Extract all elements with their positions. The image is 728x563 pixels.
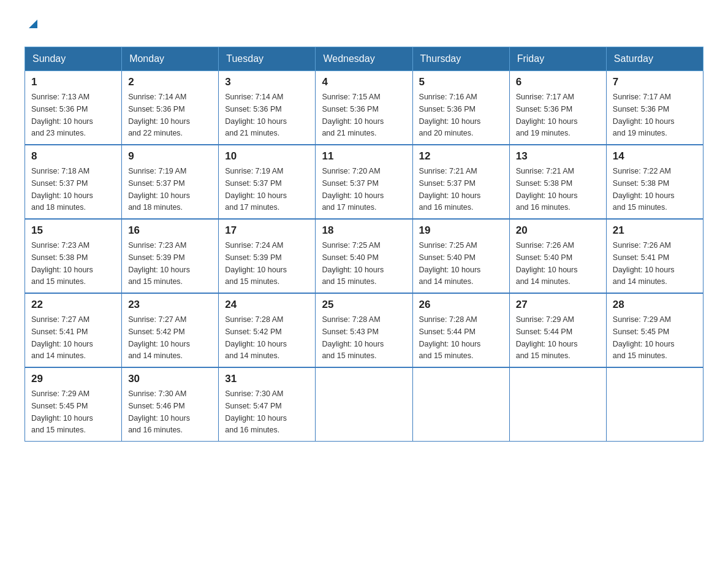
day-info: Sunrise: 7:17 AMSunset: 5:36 PMDaylight:… (516, 93, 578, 137)
day-number: 28 (613, 299, 697, 311)
calendar-cell: 6 Sunrise: 7:17 AMSunset: 5:36 PMDayligh… (509, 71, 606, 145)
day-number: 20 (516, 224, 600, 237)
day-number: 31 (225, 373, 309, 385)
day-info: Sunrise: 7:19 AMSunset: 5:37 PMDaylight:… (128, 167, 190, 212)
calendar-cell: 16 Sunrise: 7:23 AMSunset: 5:39 PMDaylig… (122, 219, 219, 293)
calendar-cell: 14 Sunrise: 7:22 AMSunset: 5:38 PMDaylig… (606, 145, 703, 219)
day-info: Sunrise: 7:26 AMSunset: 5:41 PMDaylight:… (613, 241, 675, 286)
calendar-cell: 1 Sunrise: 7:13 AMSunset: 5:36 PMDayligh… (25, 71, 122, 145)
day-info: Sunrise: 7:21 AMSunset: 5:37 PMDaylight:… (419, 167, 481, 212)
day-info: Sunrise: 7:27 AMSunset: 5:42 PMDaylight:… (128, 315, 190, 360)
page-header (25, 18, 703, 34)
day-number: 30 (128, 373, 212, 385)
calendar-cell: 19 Sunrise: 7:25 AMSunset: 5:40 PMDaylig… (412, 219, 509, 293)
calendar-cell: 8 Sunrise: 7:18 AMSunset: 5:37 PMDayligh… (25, 145, 122, 219)
calendar-cell: 15 Sunrise: 7:23 AMSunset: 5:38 PMDaylig… (25, 219, 122, 293)
calendar-week-row: 22 Sunrise: 7:27 AMSunset: 5:41 PMDaylig… (25, 293, 703, 367)
calendar-cell (412, 367, 509, 442)
calendar-cell: 7 Sunrise: 7:17 AMSunset: 5:36 PMDayligh… (606, 71, 703, 145)
calendar-week-row: 29 Sunrise: 7:29 AMSunset: 5:45 PMDaylig… (25, 367, 703, 442)
day-info: Sunrise: 7:28 AMSunset: 5:43 PMDaylight:… (322, 315, 384, 360)
calendar-body: 1 Sunrise: 7:13 AMSunset: 5:36 PMDayligh… (25, 71, 703, 442)
day-info: Sunrise: 7:24 AMSunset: 5:39 PMDaylight:… (225, 241, 287, 286)
weekday-header-tuesday: Tuesday (219, 47, 316, 71)
calendar-cell (606, 367, 703, 442)
day-info: Sunrise: 7:28 AMSunset: 5:44 PMDaylight:… (419, 315, 481, 360)
calendar-cell: 20 Sunrise: 7:26 AMSunset: 5:40 PMDaylig… (509, 219, 606, 293)
day-number: 18 (322, 224, 406, 237)
calendar-cell: 5 Sunrise: 7:16 AMSunset: 5:36 PMDayligh… (412, 71, 509, 145)
calendar-cell: 28 Sunrise: 7:29 AMSunset: 5:45 PMDaylig… (606, 293, 703, 367)
day-number: 2 (128, 76, 212, 88)
day-number: 13 (516, 150, 600, 163)
calendar-week-row: 15 Sunrise: 7:23 AMSunset: 5:38 PMDaylig… (25, 219, 703, 293)
weekday-header-sunday: Sunday (25, 47, 122, 71)
day-number: 25 (322, 299, 406, 311)
day-info: Sunrise: 7:15 AMSunset: 5:36 PMDaylight:… (322, 93, 384, 137)
calendar-cell: 22 Sunrise: 7:27 AMSunset: 5:41 PMDaylig… (25, 293, 122, 367)
day-info: Sunrise: 7:14 AMSunset: 5:36 PMDaylight:… (128, 93, 190, 137)
calendar-cell: 29 Sunrise: 7:29 AMSunset: 5:45 PMDaylig… (25, 367, 122, 442)
calendar-cell: 4 Sunrise: 7:15 AMSunset: 5:36 PMDayligh… (316, 71, 412, 145)
logo (25, 18, 40, 34)
day-number: 10 (225, 150, 309, 163)
calendar-cell: 12 Sunrise: 7:21 AMSunset: 5:37 PMDaylig… (412, 145, 509, 219)
day-info: Sunrise: 7:14 AMSunset: 5:36 PMDaylight:… (225, 93, 287, 137)
weekday-header-wednesday: Wednesday (316, 47, 412, 71)
calendar-cell: 27 Sunrise: 7:29 AMSunset: 5:44 PMDaylig… (509, 293, 606, 367)
calendar-cell: 30 Sunrise: 7:30 AMSunset: 5:46 PMDaylig… (122, 367, 219, 442)
day-info: Sunrise: 7:27 AMSunset: 5:41 PMDaylight:… (31, 315, 93, 360)
day-number: 6 (516, 76, 600, 88)
day-number: 22 (31, 299, 115, 311)
day-info: Sunrise: 7:21 AMSunset: 5:38 PMDaylight:… (516, 167, 578, 212)
day-number: 12 (419, 150, 503, 163)
day-info: Sunrise: 7:22 AMSunset: 5:38 PMDaylight:… (613, 167, 675, 212)
day-info: Sunrise: 7:13 AMSunset: 5:36 PMDaylight:… (31, 93, 93, 137)
day-info: Sunrise: 7:23 AMSunset: 5:39 PMDaylight:… (128, 241, 190, 286)
day-number: 23 (128, 299, 212, 311)
day-info: Sunrise: 7:29 AMSunset: 5:44 PMDaylight:… (516, 315, 578, 360)
calendar-cell: 25 Sunrise: 7:28 AMSunset: 5:43 PMDaylig… (316, 293, 412, 367)
day-info: Sunrise: 7:20 AMSunset: 5:37 PMDaylight:… (322, 167, 384, 212)
day-info: Sunrise: 7:17 AMSunset: 5:36 PMDaylight:… (613, 93, 675, 137)
day-info: Sunrise: 7:16 AMSunset: 5:36 PMDaylight:… (419, 93, 481, 137)
day-info: Sunrise: 7:26 AMSunset: 5:40 PMDaylight:… (516, 241, 578, 286)
day-number: 15 (31, 224, 115, 237)
day-number: 29 (31, 373, 115, 385)
calendar-cell: 24 Sunrise: 7:28 AMSunset: 5:42 PMDaylig… (219, 293, 316, 367)
day-info: Sunrise: 7:25 AMSunset: 5:40 PMDaylight:… (419, 241, 481, 286)
day-info: Sunrise: 7:30 AMSunset: 5:46 PMDaylight:… (128, 389, 190, 434)
day-number: 4 (322, 76, 406, 88)
calendar-cell: 21 Sunrise: 7:26 AMSunset: 5:41 PMDaylig… (606, 219, 703, 293)
day-number: 24 (225, 299, 309, 311)
weekday-header-saturday: Saturday (606, 47, 703, 71)
day-info: Sunrise: 7:18 AMSunset: 5:37 PMDaylight:… (31, 167, 93, 212)
day-number: 21 (613, 224, 697, 237)
calendar-cell: 9 Sunrise: 7:19 AMSunset: 5:37 PMDayligh… (122, 145, 219, 219)
day-info: Sunrise: 7:29 AMSunset: 5:45 PMDaylight:… (31, 389, 93, 434)
day-info: Sunrise: 7:19 AMSunset: 5:37 PMDaylight:… (225, 167, 287, 212)
day-info: Sunrise: 7:28 AMSunset: 5:42 PMDaylight:… (225, 315, 287, 360)
calendar-week-row: 1 Sunrise: 7:13 AMSunset: 5:36 PMDayligh… (25, 71, 703, 145)
day-number: 17 (225, 224, 309, 237)
day-number: 14 (613, 150, 697, 163)
day-number: 11 (322, 150, 406, 163)
day-number: 16 (128, 224, 212, 237)
calendar-table: SundayMondayTuesdayWednesdayThursdayFrid… (25, 47, 703, 442)
day-number: 26 (419, 299, 503, 311)
calendar-cell: 17 Sunrise: 7:24 AMSunset: 5:39 PMDaylig… (219, 219, 316, 293)
weekday-header-row: SundayMondayTuesdayWednesdayThursdayFrid… (25, 47, 703, 71)
calendar-header: SundayMondayTuesdayWednesdayThursdayFrid… (25, 47, 703, 71)
calendar-cell: 23 Sunrise: 7:27 AMSunset: 5:42 PMDaylig… (122, 293, 219, 367)
day-number: 1 (31, 76, 115, 88)
calendar-cell: 2 Sunrise: 7:14 AMSunset: 5:36 PMDayligh… (122, 71, 219, 145)
calendar-cell: 10 Sunrise: 7:19 AMSunset: 5:37 PMDaylig… (219, 145, 316, 219)
weekday-header-thursday: Thursday (412, 47, 509, 71)
weekday-header-monday: Monday (122, 47, 219, 71)
calendar-cell: 13 Sunrise: 7:21 AMSunset: 5:38 PMDaylig… (509, 145, 606, 219)
day-number: 19 (419, 224, 503, 237)
calendar-cell (316, 367, 412, 442)
logo-arrow-icon (26, 17, 40, 33)
day-number: 3 (225, 76, 309, 88)
calendar-week-row: 8 Sunrise: 7:18 AMSunset: 5:37 PMDayligh… (25, 145, 703, 219)
